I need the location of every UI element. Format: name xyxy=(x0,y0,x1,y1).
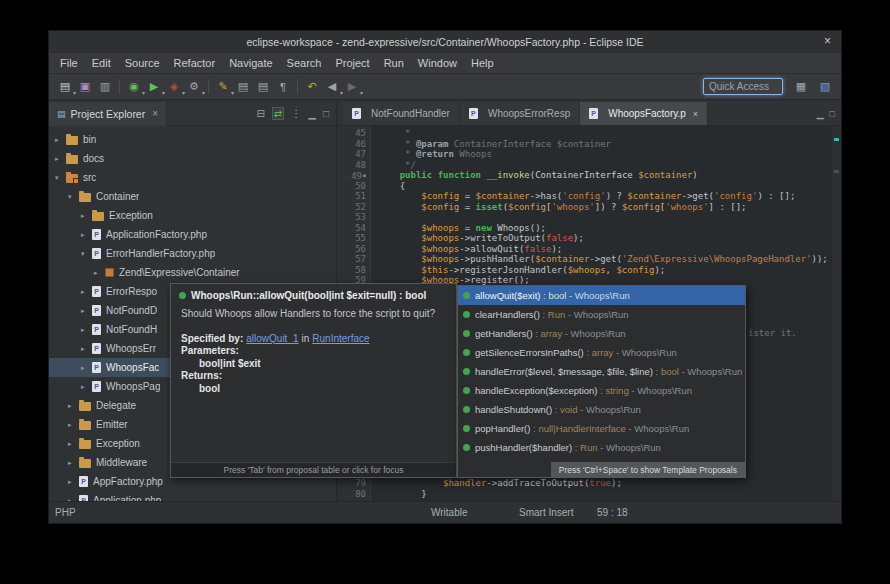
window-titlebar[interactable]: eclipse-workspace - zend-expressive/src/… xyxy=(49,31,841,53)
code-line[interactable]: 79 $handler->addTraceToOutput(true); xyxy=(337,478,830,489)
chevron-right-icon[interactable]: ▸ xyxy=(68,459,79,467)
perspective-php-button[interactable]: ▧ xyxy=(815,77,835,97)
chevron-right-icon[interactable]: ▸ xyxy=(81,364,92,372)
code-line[interactable]: 49● public function __invoke(ContainerIn… xyxy=(337,170,830,181)
tab-whoopserrorresp[interactable]: PWhoopsErrorResp xyxy=(460,102,580,125)
minimize-icon[interactable]: ▁ xyxy=(308,107,316,120)
debug-button[interactable]: ◉▾ xyxy=(124,77,144,97)
tab-notfoundhandler[interactable]: PNotFoundHandler xyxy=(343,102,460,125)
tree-item-src[interactable]: ▾src xyxy=(49,168,336,187)
proposal-gethandlers[interactable]: getHandlers() : array - Whoops\Run xyxy=(458,324,745,343)
tree-item-zend-expressive-container[interactable]: ▸Zend\Expressive\Container xyxy=(49,263,336,282)
back-button[interactable]: ◀▾ xyxy=(322,77,342,97)
proposal-handleerror-level-message-file-line[interactable]: handleError($level, $message, $file, $li… xyxy=(458,362,745,381)
perspective-resource-button[interactable]: ▦ xyxy=(791,77,811,97)
collapse-all-icon[interactable]: ⊟ xyxy=(256,107,264,120)
link-allowquit[interactable]: allowQuit_1 xyxy=(246,333,298,344)
maximize-icon[interactable]: □ xyxy=(323,107,329,120)
show-whitespace-button[interactable]: ¶ xyxy=(273,77,293,97)
new-button[interactable]: ▤▾ xyxy=(55,77,75,97)
close-icon[interactable]: × xyxy=(152,108,158,119)
chevron-right-icon[interactable]: ▸ xyxy=(55,136,66,144)
tab-project-explorer[interactable]: ▤ Project Explorer × xyxy=(49,102,167,126)
chevron-right-icon[interactable]: ▸ xyxy=(81,288,92,296)
minimize-icon[interactable]: ▁ xyxy=(817,109,824,119)
chevron-right-icon[interactable]: ▸ xyxy=(81,383,92,391)
run-button[interactable]: ▶▾ xyxy=(144,77,164,97)
tree-item-applicationfactory-php[interactable]: ▸PApplicationFactory.php xyxy=(49,225,336,244)
chevron-right-icon[interactable]: ▸ xyxy=(68,421,79,429)
code-line[interactable]: 53 xyxy=(337,212,830,223)
tree-item-label: src xyxy=(83,172,96,183)
tree-item-exception[interactable]: ▸Exception xyxy=(49,206,336,225)
external-tools-button[interactable]: ⚙▾ xyxy=(184,77,204,97)
proposal-clearhandlers[interactable]: clearHandlers() : Run - Whoops\Run xyxy=(458,305,745,324)
open-type-button[interactable]: ▤ xyxy=(233,77,253,97)
menu-window[interactable]: Window xyxy=(411,55,464,71)
proposal-getsilenceerrorsinpaths[interactable]: getSilenceErrorsInPaths() : array - Whoo… xyxy=(458,343,745,362)
chevron-down-icon[interactable]: ▾ xyxy=(55,174,66,182)
link-editor-icon[interactable]: ⇄ xyxy=(272,107,284,120)
menu-navigate[interactable]: Navigate xyxy=(222,55,279,71)
chevron-down-icon[interactable]: ▾ xyxy=(68,193,79,201)
open-resource-button[interactable]: ▤ xyxy=(253,77,273,97)
tab-whoopsfactory-p[interactable]: PWhoopsFactory.p× xyxy=(580,102,708,125)
chevron-right-icon[interactable]: ▸ xyxy=(55,155,66,163)
code-line[interactable]: 48 */ xyxy=(337,160,830,171)
menu-edit[interactable]: Edit xyxy=(85,55,118,71)
menu-help[interactable]: Help xyxy=(464,55,501,71)
last-edit-location-button[interactable]: ↶ xyxy=(302,77,322,97)
annotation-button[interactable]: ✎▾ xyxy=(213,77,233,97)
overview-ruler[interactable] xyxy=(831,126,841,501)
chevron-right-icon[interactable]: ▸ xyxy=(68,402,79,410)
chevron-right-icon[interactable]: ▸ xyxy=(81,326,92,334)
menu-run[interactable]: Run xyxy=(377,55,411,71)
proposal-text: allowQuit($exit) : bool - Whoops\Run xyxy=(475,290,630,301)
view-menu-icon[interactable]: ⋮ xyxy=(291,107,301,120)
chevron-right-icon[interactable]: ▸ xyxy=(94,269,105,277)
proposal-allowquit-exit[interactable]: allowQuit($exit) : bool - Whoops\Run xyxy=(458,286,745,305)
proposal-handleshutdown[interactable]: handleShutdown() : void - Whoops\Run xyxy=(458,400,745,419)
code-line[interactable]: 51 $config = $container->has('config') ?… xyxy=(337,191,830,202)
maximize-icon[interactable]: □ xyxy=(830,109,835,119)
code-line[interactable]: 45 * xyxy=(337,128,830,139)
coverage-button[interactable]: ◈▾ xyxy=(164,77,184,97)
save-button[interactable]: ▣ xyxy=(75,77,95,97)
chevron-right-icon[interactable]: ▸ xyxy=(81,307,92,315)
code-line[interactable]: 46 * @param ContainerInterface $containe… xyxy=(337,139,830,150)
window-close-button[interactable]: × xyxy=(824,34,831,48)
menu-search[interactable]: Search xyxy=(280,55,329,71)
chevron-right-icon[interactable]: ▸ xyxy=(68,440,79,448)
code-line[interactable]: 50 { xyxy=(337,181,830,192)
menu-file[interactable]: File xyxy=(53,55,85,71)
code-line[interactable]: 47 * @return Whoops xyxy=(337,149,830,160)
code-line[interactable]: 55 $whoops->writeToOutput(false); xyxy=(337,233,830,244)
tree-item-container[interactable]: ▾Container xyxy=(49,187,336,206)
chevron-right-icon[interactable]: ▸ xyxy=(68,478,79,486)
menu-refactor[interactable]: Refactor xyxy=(167,55,223,71)
code-line[interactable]: 57 $whoops->pushHandler($container->get(… xyxy=(337,254,830,265)
code-line[interactable]: 56 $whoops->allowQuit(false); xyxy=(337,244,830,255)
proposal-handleexception-exception[interactable]: handleException($exception) : string - W… xyxy=(458,381,745,400)
code-line[interactable]: 58 $this->registerJsonHandler($whoops, $… xyxy=(337,265,830,276)
tree-item-application-php[interactable]: ▸PApplication.php xyxy=(49,491,336,501)
tree-item-errorhandlerfactory-php[interactable]: ▾PErrorHandlerFactory.php xyxy=(49,244,336,263)
code-line[interactable]: 54 $whoops = new Whoops(); xyxy=(337,223,830,234)
close-icon[interactable]: × xyxy=(693,109,698,119)
proposal-pushhandler-handler[interactable]: pushHandler($handler) : Run - Whoops\Run xyxy=(458,438,745,457)
menu-source[interactable]: Source xyxy=(118,55,167,71)
chevron-right-icon[interactable]: ▸ xyxy=(81,231,92,239)
tree-item-docs[interactable]: ▸docs xyxy=(49,149,336,168)
chevron-right-icon[interactable]: ▸ xyxy=(81,345,92,353)
chevron-down-icon[interactable]: ▾ xyxy=(81,250,92,258)
chevron-right-icon[interactable]: ▸ xyxy=(81,212,92,220)
proposal-pophandler[interactable]: popHandler() : null|HandlerInterface - W… xyxy=(458,419,745,438)
print-button[interactable]: ▥ xyxy=(95,77,115,97)
tree-item-bin[interactable]: ▸bin xyxy=(49,130,336,149)
menu-project[interactable]: Project xyxy=(328,55,376,71)
forward-button[interactable]: ▶▾ xyxy=(342,77,362,97)
quick-access-input[interactable]: Quick Access xyxy=(703,78,783,95)
link-runinterface[interactable]: RunInterface xyxy=(312,333,369,344)
code-line[interactable]: 80 } xyxy=(337,489,830,500)
code-line[interactable]: 52 $config = isset($config['whoops']) ? … xyxy=(337,202,830,213)
